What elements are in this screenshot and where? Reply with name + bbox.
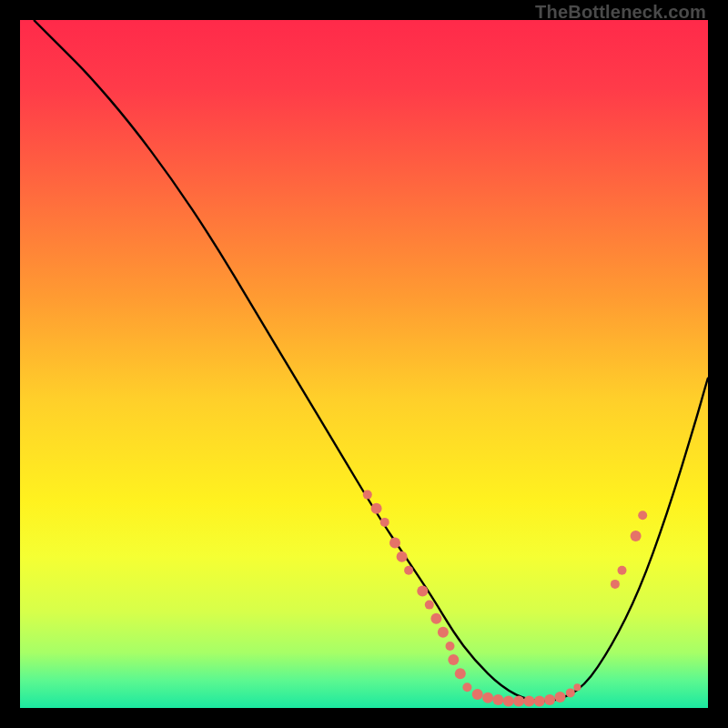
watermark-text: TheBottleneck.com xyxy=(535,2,706,23)
data-point xyxy=(523,695,534,706)
data-point xyxy=(555,692,566,703)
data-point xyxy=(631,531,642,541)
data-point xyxy=(566,688,575,697)
data-point xyxy=(380,518,389,527)
dots-layer xyxy=(20,20,708,708)
data-point xyxy=(544,694,555,705)
data-point xyxy=(363,490,372,500)
data-point xyxy=(513,695,524,706)
data-point xyxy=(397,551,408,562)
data-point xyxy=(430,613,441,624)
data-point xyxy=(482,693,493,703)
data-point xyxy=(618,566,627,575)
data-point xyxy=(448,654,459,665)
data-point xyxy=(425,601,434,610)
data-point xyxy=(446,642,455,651)
data-point xyxy=(472,689,483,700)
data-point xyxy=(534,695,545,706)
data-point xyxy=(638,511,647,520)
data-point xyxy=(492,694,503,705)
data-point xyxy=(417,586,428,597)
stage: TheBottleneck.com xyxy=(0,0,728,728)
data-point xyxy=(389,538,400,549)
plot-area xyxy=(20,20,708,708)
data-point xyxy=(404,566,413,575)
data-point xyxy=(462,682,471,692)
data-point xyxy=(573,683,581,691)
data-point xyxy=(438,627,449,638)
data-point xyxy=(611,580,620,589)
data-point xyxy=(371,503,382,514)
data-point xyxy=(455,668,466,679)
data-point xyxy=(503,695,514,706)
